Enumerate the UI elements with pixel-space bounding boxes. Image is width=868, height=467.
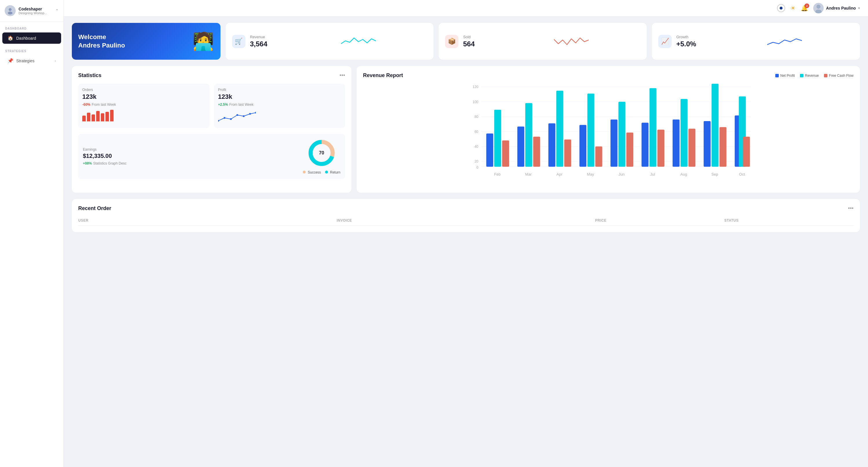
strategies-icon: 📌 [7,58,13,63]
svg-rect-53 [688,129,695,166]
svg-rect-49 [657,130,664,167]
svg-text:Jun: Jun [619,172,625,177]
sold-sparkline [554,34,640,49]
col-status: STATUS [724,218,854,222]
svg-point-6 [230,118,232,120]
welcome-text: Welcome Andres Paulino [78,33,125,50]
free-cash-flow-legend-label: Free Cash Flow [829,73,854,77]
legend-free-cash-flow: Free Cash Flow [824,73,854,77]
statistics-card-header: Statistics ••• [78,72,345,79]
return-dot [325,170,328,174]
growth-info: Growth +5.0% [676,35,763,48]
revenue-bar-chart: 120 100 80 60 40 20 0 Feb [363,84,854,186]
svg-text:May: May [587,172,594,177]
profit-change-sub: From last Week [229,102,253,106]
welcome-illustration: 🧑‍💻 [192,31,214,52]
sidebar-item-label: Dashboard [16,36,36,40]
earnings-change-sub: Statistics Graph Desc [93,161,126,165]
recent-order-more-button[interactable]: ••• [848,206,854,212]
sidebar-item-label: Strategies [16,59,34,63]
profit-card: Profit 123k +2.5% From last Week [214,84,345,128]
svg-point-0 [9,8,11,11]
profit-change: +2.5% [218,102,228,106]
svg-text:Oct: Oct [739,172,745,177]
svg-text:100: 100 [472,100,478,104]
user-menu[interactable]: Andres Paulino ▾ [813,3,860,13]
chevron-down-icon: ⌃ [55,8,59,13]
revenue-value: 3,564 [250,40,336,48]
revenue-icon-wrap: 🛒 [232,35,245,48]
svg-text:Mar: Mar [525,172,532,177]
notification-bell[interactable]: 🔔 2 [801,5,808,11]
svg-text:Aug: Aug [680,172,687,177]
sidebar-item-dashboard[interactable]: 🏠 Dashboard [2,32,61,44]
growth-icon-wrap: 📈 [658,35,672,48]
recent-order-card: Recent Order ••• USER INVOICE PRICE STAT… [72,199,860,232]
recent-order-title: Recent Order [78,206,111,212]
free-cash-flow-legend-color [824,74,828,77]
profit-label: Profit [218,88,341,92]
earnings-value: $12,335.00 [83,153,298,159]
svg-rect-35 [549,123,555,167]
home-icon: 🏠 [7,35,13,41]
notification-badge: 2 [805,3,809,8]
svg-rect-45 [626,132,633,166]
chevron-right-icon: › [55,59,56,63]
svg-text:80: 80 [474,115,478,119]
orders-card: Orders 123k -60% From last Week [78,84,210,128]
svg-rect-27 [486,133,493,167]
svg-text:0: 0 [476,165,478,169]
sidebar-section-strategies: STRATEGIES [0,44,63,55]
avatar [5,5,16,16]
svg-rect-55 [704,121,711,167]
revenue-report-card: Revenue Report Net Profit Revenue Fre [356,66,860,193]
orders-change: -60% [82,102,90,106]
svg-rect-61 [743,137,750,167]
sidebar-item-strategies[interactable]: 📌 Strategies › [2,55,61,66]
org-name: Codeshaper [19,7,53,11]
welcome-greeting: Welcome Andres Paulino [78,33,125,50]
svg-rect-43 [611,120,617,167]
earnings-donut-chart: 70 [307,138,336,167]
growth-value: +5.0% [676,40,763,48]
svg-text:40: 40 [474,145,478,149]
sidebar-org: Codeshaper Designing Worksp... [19,7,53,15]
svg-rect-28 [494,110,501,167]
svg-text:120: 120 [472,85,478,89]
sidebar-header[interactable]: Codeshaper Designing Worksp... ⌃ [0,0,63,22]
statistics-card: Statistics ••• Orders 123k -60% From las… [72,66,351,193]
sold-icon-wrap: 📦 [445,35,458,48]
svg-point-1 [8,11,12,14]
welcome-card: Welcome Andres Paulino 🧑‍💻 [72,23,220,60]
svg-point-7 [237,114,238,116]
revenue-legend: Net Profit Revenue Free Cash Flow [775,73,854,77]
svg-rect-37 [564,139,571,167]
svg-rect-47 [642,123,648,167]
col-user: USER [78,218,337,222]
revenue-sparkline [341,34,427,49]
revenue-header: Revenue Report Net Profit Revenue Fre [363,72,854,79]
sun-icon[interactable]: ☀ [790,5,796,11]
stats-row: Welcome Andres Paulino 🧑‍💻 🛒 Revenue 3,5… [72,23,860,60]
svg-text:60: 60 [474,130,478,134]
sold-info: Sold 564 [463,35,549,48]
svg-rect-56 [712,84,718,167]
statistics-more-button[interactable]: ••• [340,72,345,79]
record-button[interactable] [777,4,785,12]
org-sub: Designing Worksp... [19,11,53,15]
user-chevron-icon: ▾ [858,6,860,10]
table-header: USER INVOICE PRICE STATUS [78,216,854,226]
svg-point-9 [249,113,251,115]
record-icon [780,7,782,9]
donut-value: 70 [319,150,324,156]
donut-legend: Success Return [303,170,340,175]
svg-rect-41 [595,147,602,167]
earnings-label: Earnings [83,148,298,152]
net-profit-legend-color [775,74,779,77]
revenue-info: Revenue 3,564 [250,35,336,48]
svg-point-5 [224,117,225,119]
topbar: ☀ 🔔 2 Andres Paulino ▾ [64,0,868,17]
success-label: Success [308,170,321,175]
svg-point-2 [816,5,820,9]
net-profit-legend-label: Net Profit [780,73,795,77]
